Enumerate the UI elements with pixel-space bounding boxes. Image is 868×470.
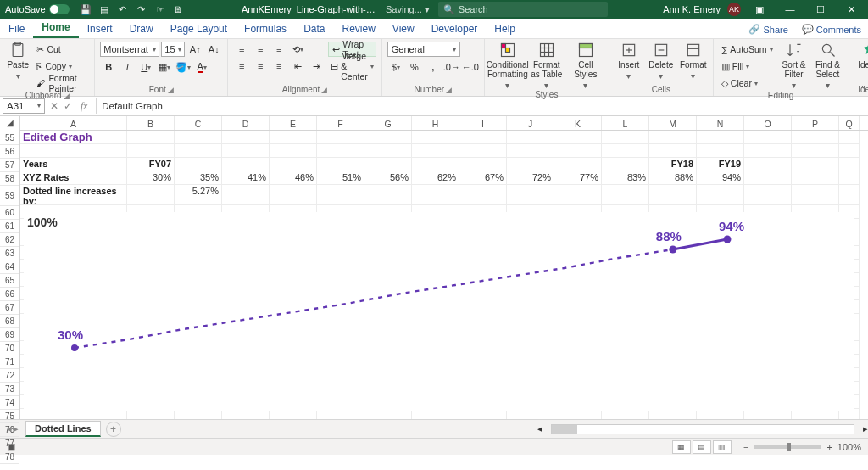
cell[interactable]: [839, 171, 860, 185]
close-icon[interactable]: ✕: [839, 4, 863, 15]
cell[interactable]: 5.27%: [175, 185, 222, 205]
row-header[interactable]: 68: [0, 315, 19, 328]
orientation-icon[interactable]: ⟲▾: [289, 42, 306, 57]
select-all-corner[interactable]: ◢: [0, 116, 19, 131]
underline-button[interactable]: U▾: [137, 59, 154, 75]
tab-review[interactable]: Review: [333, 20, 383, 38]
new-sheet-button[interactable]: +: [106, 422, 121, 437]
cell[interactable]: [697, 185, 744, 205]
cell[interactable]: [459, 185, 507, 205]
autosum-button[interactable]: ∑AutoSum▾: [719, 42, 776, 57]
cell[interactable]: [649, 131, 697, 144]
cell[interactable]: [20, 144, 127, 158]
row-header[interactable]: 66: [0, 288, 19, 301]
fill-button[interactable]: ▥Fill▾: [719, 59, 776, 74]
decrease-font-icon[interactable]: A↓: [205, 42, 222, 57]
normal-view-icon[interactable]: ▦: [672, 440, 691, 454]
redo-icon[interactable]: ↷: [134, 2, 149, 17]
cell[interactable]: [792, 144, 839, 158]
row-header[interactable]: 73: [0, 383, 19, 396]
cell[interactable]: [697, 131, 744, 144]
cell[interactable]: [554, 131, 602, 144]
cell[interactable]: 77%: [554, 171, 602, 185]
scroll-right-icon[interactable]: ▸: [863, 423, 868, 434]
col-header[interactable]: E: [270, 116, 317, 130]
tab-data[interactable]: Data: [295, 20, 333, 38]
enter-formula-icon[interactable]: ✓: [64, 100, 72, 112]
copy-button[interactable]: ⎘Copy▾: [34, 59, 89, 74]
row-header[interactable]: 69: [0, 328, 19, 342]
sheet-nav-prev-icon[interactable]: ◂: [7, 423, 12, 434]
column-headers[interactable]: A B C D E F G H I J K L M N O P Q: [20, 115, 868, 131]
formula-input[interactable]: Default Graph: [96, 98, 868, 114]
decrease-decimal-icon[interactable]: ←.0: [462, 59, 479, 75]
align-center-icon[interactable]: ≡: [252, 59, 269, 74]
tab-view[interactable]: View: [384, 20, 423, 38]
share-button[interactable]: 🔗Share: [742, 20, 794, 38]
row-headers[interactable]: ◢ 55 56 57 58 59 60 61 62 63 64 65 66 67…: [0, 115, 20, 419]
cell[interactable]: [317, 185, 364, 205]
cell[interactable]: [222, 158, 270, 171]
row-header[interactable]: 56: [0, 145, 19, 159]
cell[interactable]: [175, 131, 222, 144]
col-header[interactable]: P: [792, 116, 839, 130]
cell[interactable]: [792, 158, 839, 171]
increase-decimal-icon[interactable]: .0→: [443, 59, 460, 75]
cell[interactable]: [412, 144, 459, 158]
row-header[interactable]: 65: [0, 274, 19, 288]
cell[interactable]: [554, 185, 602, 205]
cell[interactable]: [744, 131, 792, 144]
cell[interactable]: [744, 185, 792, 205]
cell[interactable]: [649, 144, 697, 158]
cell[interactable]: [175, 144, 222, 158]
cell[interactable]: 94%: [697, 171, 744, 185]
cell[interactable]: 35%: [175, 171, 222, 185]
cell[interactable]: [412, 185, 459, 205]
collapse-ribbon-icon[interactable]: ˄: [860, 85, 865, 94]
row-header[interactable]: 72: [0, 369, 19, 383]
cell[interactable]: [364, 158, 412, 171]
tab-page-layout[interactable]: Page Layout: [162, 20, 236, 38]
chart-line-xyz-rates[interactable]: 100% 30% 88% 94%: [24, 212, 854, 411]
merge-center-button[interactable]: ⊟Merge & Center▾: [328, 59, 376, 74]
cell[interactable]: [649, 185, 697, 205]
tab-developer[interactable]: Developer: [423, 20, 487, 38]
cell[interactable]: [459, 144, 507, 158]
worksheet[interactable]: ◢ 55 56 57 58 59 60 61 62 63 64 65 66 67…: [0, 115, 868, 419]
scroll-thumb[interactable]: [552, 425, 577, 434]
cell[interactable]: [507, 144, 554, 158]
cell[interactable]: [412, 131, 459, 144]
fill-color-button[interactable]: 🪣▾: [175, 59, 192, 75]
increase-indent-icon[interactable]: ⇥: [308, 59, 325, 74]
cell[interactable]: XYZ Rates: [20, 171, 127, 185]
cell[interactable]: [222, 131, 270, 144]
save-icon[interactable]: 💾: [78, 2, 93, 17]
sort-filter-button[interactable]: Sort & Filter▾: [779, 42, 810, 90]
cell[interactable]: [459, 131, 507, 144]
tab-file[interactable]: File: [0, 20, 33, 38]
cell[interactable]: Dotted line increases by:: [20, 185, 127, 205]
scroll-left-icon[interactable]: ◂: [537, 423, 542, 434]
name-box[interactable]: A31▾: [3, 98, 45, 114]
cell[interactable]: [459, 158, 507, 171]
paste-button[interactable]: Paste▾: [5, 42, 31, 81]
format-as-table-button[interactable]: Format as Table▾: [529, 42, 565, 90]
align-left-icon[interactable]: ≡: [233, 59, 250, 74]
cell[interactable]: [792, 185, 839, 205]
cell[interactable]: 62%: [412, 171, 459, 185]
zoom-level[interactable]: 100%: [837, 442, 861, 452]
cell[interactable]: [364, 144, 412, 158]
cell[interactable]: [744, 144, 792, 158]
ribbon-display-icon[interactable]: ▣: [748, 4, 771, 15]
tab-formulas[interactable]: Formulas: [236, 20, 295, 38]
cell[interactable]: [602, 185, 649, 205]
row-header[interactable]: 60: [0, 206, 19, 220]
autosave-toggle[interactable]: AutoSave: [5, 4, 70, 14]
col-header[interactable]: C: [175, 116, 222, 130]
cell[interactable]: [792, 171, 839, 185]
cell[interactable]: 88%: [649, 171, 697, 185]
comments-button[interactable]: 💬Comments: [795, 20, 868, 38]
sheet-nav-next-icon[interactable]: ▸: [14, 423, 19, 434]
cell[interactable]: [364, 185, 412, 205]
cell-styles-button[interactable]: Cell Styles▾: [568, 42, 604, 90]
